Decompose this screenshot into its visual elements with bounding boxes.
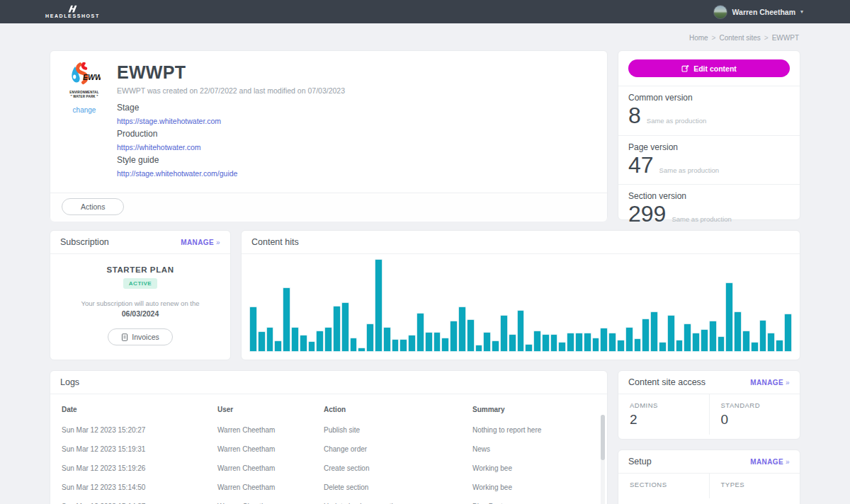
chart-bar <box>518 311 524 351</box>
production-url-link[interactable]: https://whitehotwater.com <box>117 143 200 151</box>
chart-bar <box>317 331 323 351</box>
chart-bar <box>567 333 574 351</box>
log-summary: Nothing to report here <box>472 420 607 440</box>
page-version-value: 47 <box>628 154 654 178</box>
log-action: Delete section <box>324 478 472 497</box>
breadcrumb-content-sites[interactable]: Content sites <box>719 34 760 42</box>
table-row: Sun Mar 12 2023 15:14:37 Warren Cheetham… <box>50 497 607 504</box>
sections-stat: SECTIONS <box>618 474 709 498</box>
chart-bar <box>450 321 457 351</box>
log-date: Sun Mar 12 2023 15:14:50 <box>50 478 217 497</box>
invoices-label: Invoices <box>132 333 159 341</box>
double-chevron-icon: » <box>786 458 790 466</box>
page-version-item: Page version 47 Same as production <box>618 136 800 185</box>
chart-bar <box>468 320 474 351</box>
access-manage-link[interactable]: MANAGE» <box>750 379 790 386</box>
versions-card: Edit content Common version 8 Same as pr… <box>618 50 800 220</box>
chart-bar <box>609 333 616 351</box>
setup-manage-link[interactable]: MANAGE» <box>750 458 790 466</box>
logs-card: Logs Date User Action Summary Sun Mar 12… <box>50 370 608 504</box>
common-version-value: 8 <box>628 104 641 128</box>
table-row: Sun Mar 12 2023 15:14:50 Warren Cheetham… <box>50 478 607 497</box>
chart-bar <box>325 328 332 351</box>
logs-scrollbar-thumb[interactable] <box>601 415 605 460</box>
chart-bar <box>584 333 591 351</box>
chart-bar <box>501 316 507 351</box>
chart-bar <box>342 303 348 351</box>
chart-bar <box>509 335 516 351</box>
log-user: Warren Cheetham <box>217 478 324 497</box>
ewwpt-logo-caption-2: " WATER PARK " <box>62 95 107 99</box>
chart-bar <box>334 307 340 351</box>
subscription-card: Subscription MANAGE» STARTER PLAN ACTIVE… <box>50 230 231 360</box>
chart-bar <box>684 324 691 351</box>
chart-bar <box>668 316 674 351</box>
chart-bar <box>275 341 281 351</box>
stage-url-link[interactable]: https://stage.whitehotwater.com <box>117 117 221 125</box>
logs-col-summary: Summary <box>472 397 607 420</box>
log-summary: Working bee <box>472 478 607 497</box>
log-date: Sun Mar 12 2023 15:14:37 <box>50 497 217 504</box>
status-badge: ACTIVE <box>123 278 157 289</box>
actions-button[interactable]: Actions <box>62 198 124 215</box>
chart-bar <box>659 343 666 351</box>
content-hits-card: Content hits <box>241 230 800 360</box>
chart-bar <box>710 321 716 351</box>
content-hits-chart <box>242 254 800 360</box>
sections-label: SECTIONS <box>630 481 709 488</box>
renew-date: 06/03/2024 <box>122 309 159 318</box>
topbar: HEADLESSHOST Warren Cheetham ▾ <box>0 0 850 23</box>
types-stat: TYPES <box>709 474 800 498</box>
headlesshost-logo[interactable]: HEADLESSHOST <box>45 5 100 18</box>
stage-label: Stage <box>117 103 345 113</box>
standard-stat: STANDARD 0 <box>709 394 800 435</box>
chart-bar <box>626 328 633 351</box>
log-action: Create section <box>324 459 472 478</box>
page-version-note: Same as production <box>659 166 720 174</box>
style-guide-url-link[interactable]: http://stage.whitehotwater.com/guide <box>117 169 237 178</box>
chart-bar <box>743 331 749 351</box>
chart-bar <box>618 340 624 351</box>
chart-bar <box>693 333 699 351</box>
admins-value: 2 <box>630 412 709 428</box>
invoices-button[interactable]: Invoices <box>108 328 173 345</box>
logs-col-date: Date <box>50 397 217 420</box>
user-menu[interactable]: Warren Cheetham ▾ <box>713 5 803 19</box>
setup-card: Setup MANAGE» SECTIONS TYPES <box>618 449 800 504</box>
double-chevron-icon: » <box>216 239 220 246</box>
edit-content-button[interactable]: Edit content <box>628 59 790 77</box>
standard-label: STANDARD <box>721 401 800 409</box>
page-version-label: Page version <box>628 142 790 152</box>
standard-value: 0 <box>721 412 800 428</box>
logs-col-action: Action <box>324 397 472 420</box>
chart-bar <box>484 333 490 351</box>
change-logo-link[interactable]: change <box>73 106 96 114</box>
subscription-manage-link[interactable]: MANAGE» <box>181 239 220 246</box>
section-version-note: Same as production <box>672 215 732 223</box>
logs-scrollbar[interactable] <box>601 415 605 504</box>
common-version-item: Common version 8 Same as production <box>618 86 800 136</box>
chevron-down-icon: ▾ <box>800 8 803 15</box>
user-name: Warren Cheetham <box>732 8 795 16</box>
chart-bar <box>551 335 557 351</box>
brand-name: HEADLESSHOST <box>45 13 100 18</box>
log-date: Sun Mar 12 2023 15:20:27 <box>50 420 217 440</box>
breadcrumb-home[interactable]: Home <box>689 34 708 42</box>
log-user: Warren Cheetham <box>217 459 324 478</box>
style-guide-label: Style guide <box>117 155 345 165</box>
log-date: Sun Mar 12 2023 15:19:31 <box>50 440 217 459</box>
site-card-footer: Actions <box>50 193 607 222</box>
chart-bar <box>543 335 549 351</box>
chart-bar <box>259 332 265 351</box>
chart-bar <box>718 337 725 351</box>
edit-content-label: Edit content <box>693 64 737 73</box>
breadcrumb: Home>Content sites>EWWPT <box>50 23 800 50</box>
chart-bar <box>283 288 290 351</box>
chart-bar <box>726 283 732 351</box>
log-user: Warren Cheetham <box>217 440 324 459</box>
admins-label: ADMINS <box>630 401 709 409</box>
log-summary: News <box>472 440 607 459</box>
content-site-access-card: Content site access MANAGE» ADMINS 2 STA… <box>618 370 800 440</box>
chart-bar <box>601 328 607 351</box>
chart-bar <box>384 328 390 351</box>
